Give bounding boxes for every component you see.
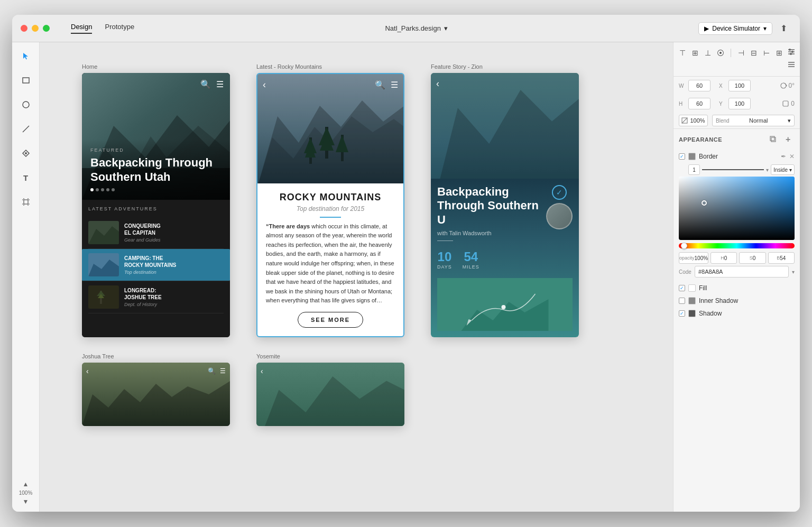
feature-phone-screen: ‹ Backpacking Through Southern U with Ta… (431, 73, 579, 337)
align-left-icon[interactable]: ⊣ (736, 49, 746, 57)
zoom-down[interactable]: ▼ (23, 498, 29, 505)
zoom-up[interactable]: ▲ (23, 480, 29, 488)
feature-back-button[interactable]: ‹ (436, 78, 439, 89)
color-picker-cursor[interactable] (702, 200, 707, 206)
color-code-input[interactable]: #8A8A8A (695, 266, 789, 278)
feature-stats: 10 DAYS 54 MILES (437, 249, 573, 270)
share-button[interactable]: ⬆ (777, 21, 791, 36)
joshua-back-button[interactable]: ‹ (86, 367, 89, 375)
inner-shadow-item: Inner Shadow (673, 294, 800, 307)
cursor-tool[interactable] (19, 49, 33, 63)
border-thickness-input[interactable]: 1 (688, 164, 700, 175)
tab-design[interactable]: Design (71, 23, 92, 34)
search-icon[interactable]: 🔍 (200, 79, 211, 89)
inner-shadow-color-swatch[interactable] (688, 297, 696, 304)
opacity-input[interactable]: 100% (679, 115, 708, 126)
minimize-button[interactable] (32, 25, 39, 32)
x-input[interactable]: 100 (728, 80, 751, 91)
days-stat: 10 DAYS (437, 249, 452, 270)
rocky-nav: ‹ 🔍 ☰ (263, 79, 398, 90)
back-button[interactable]: ‹ (263, 79, 266, 90)
opacity-row: 100% Blend Normal ▾ (673, 113, 800, 129)
panel-options-icon[interactable] (787, 48, 796, 58)
hue-slider[interactable] (679, 243, 795, 248)
close-button[interactable] (21, 25, 27, 32)
color-code-dropdown[interactable]: ▾ (792, 269, 795, 275)
adventure-item-3[interactable]: LONGREAD:JOSHUE TREE Dept. of History (88, 281, 224, 313)
menu-icon[interactable]: ☰ (216, 79, 224, 89)
maximize-button[interactable] (43, 25, 50, 32)
fill-color-swatch[interactable] (688, 284, 696, 292)
h-input[interactable]: 60 (688, 98, 710, 109)
feature-phone-frame: Feature Story - Zion (431, 63, 579, 337)
border-checkbox[interactable]: ✓ (679, 153, 685, 160)
panel-adjust-icon[interactable] (787, 60, 796, 71)
blend-select[interactable]: Blend Normal ▾ (712, 115, 795, 126)
align-middle-icon[interactable]: ⊞ (690, 49, 700, 57)
border-eyedropper[interactable]: ✒ (781, 153, 786, 160)
see-more-button[interactable]: SEE MORE (298, 312, 363, 328)
appearance-add-icon[interactable]: + (782, 133, 795, 146)
shadow-checkbox[interactable]: ✓ (679, 310, 685, 317)
h-input[interactable]: H 0 (710, 252, 737, 264)
joshua-bottom-nav: ‹ 🔍 ☰ (86, 367, 226, 375)
separator (731, 49, 731, 57)
joshua-search-icon[interactable]: 🔍 (208, 367, 216, 375)
rectangle-tool[interactable] (19, 73, 33, 88)
distribute-vert-icon[interactable]: ⦿ (716, 49, 725, 57)
text-tool[interactable]: T (19, 170, 33, 185)
opacity-pct-input[interactable]: opacity 100% (679, 252, 708, 264)
bottom-phones-row: Joshua Tree (40, 348, 673, 426)
home-phone-frame: Home (82, 63, 230, 337)
b-value: 54 (780, 255, 786, 261)
adventure-item-1[interactable]: CONQUERINGEL CAPITAN Gear and Guides (88, 217, 224, 249)
inner-shadow-label: Inner Shadow (699, 297, 795, 304)
tab-prototype[interactable]: Prototype (105, 23, 134, 34)
border-position-select[interactable]: Inside ▾ (771, 164, 795, 175)
line-tool[interactable] (19, 122, 33, 136)
rocky-search-icon[interactable]: 🔍 (375, 80, 385, 90)
inner-shadow-checkbox[interactable] (679, 298, 685, 304)
s-input[interactable]: S 0 (739, 252, 765, 264)
color-gradient[interactable] (679, 177, 795, 240)
feature-sub: with Talin Wadsworth (437, 230, 546, 236)
rocky-menu-icon[interactable]: ☰ (391, 80, 398, 90)
b-input[interactable]: B 54 (768, 252, 795, 264)
hsb-inputs: opacity 100% H 0 S 0 B 54 (679, 252, 795, 264)
fill-checkbox[interactable]: ✓ (679, 285, 685, 291)
corners-control[interactable]: 0 (782, 100, 795, 107)
svg-rect-4 (24, 200, 28, 204)
device-simulator-button[interactable]: ▶ Device Simulator ▾ (698, 22, 772, 35)
h-label: H (679, 101, 686, 107)
y-input[interactable]: 100 (728, 98, 751, 109)
artboard-tool[interactable] (19, 195, 33, 209)
align-right-icon[interactable]: ⊢ (762, 49, 771, 57)
svg-rect-0 (23, 78, 29, 83)
pen-tool[interactable] (19, 146, 33, 161)
yosemite-phone-frame: Yosemite (256, 353, 404, 426)
svg-line-2 (23, 126, 29, 132)
adventure-item-2[interactable]: CAMPING: THEROCKY MOUNTAINS Top destinat… (82, 249, 230, 281)
adventure-sub-3: Dept. of History (124, 302, 224, 307)
shadow-item: ✓ Shadow (673, 307, 800, 320)
w-label: W (679, 83, 686, 89)
canvas-area[interactable]: Home (40, 42, 673, 512)
align-center-icon[interactable]: ⊟ (749, 49, 759, 57)
w-input[interactable]: 60 (688, 80, 710, 91)
align-bottom-icon[interactable]: ⊥ (703, 49, 713, 57)
shadow-color-swatch[interactable] (688, 310, 696, 317)
align-top-icon[interactable]: ⊤ (678, 49, 687, 57)
distribute-horiz-icon[interactable]: ⊞ (774, 49, 784, 57)
border-color-swatch[interactable] (688, 153, 696, 160)
corners-value: 0 (791, 100, 795, 107)
oval-tool[interactable] (19, 97, 33, 112)
joshua-menu-icon[interactable]: ☰ (220, 367, 226, 375)
appearance-copy-icon[interactable] (767, 133, 780, 146)
border-delete[interactable]: ✕ (789, 153, 795, 160)
border-dropdown-arrow[interactable]: ▾ (766, 167, 769, 173)
rotation-control[interactable]: 0° (780, 82, 795, 89)
yosemite-back-button[interactable]: ‹ (261, 367, 263, 375)
dot-1 (90, 188, 94, 191)
rocky-sub: Top destination for 2015 (266, 205, 395, 212)
hue-cursor[interactable] (681, 243, 687, 249)
